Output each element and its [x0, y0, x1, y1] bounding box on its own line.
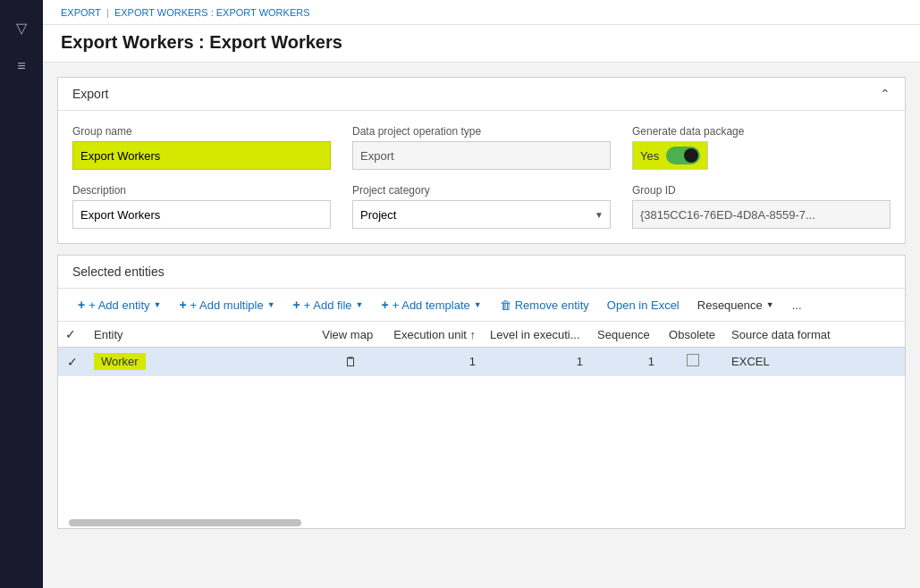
add-file-button[interactable]: + + Add file ▼ — [284, 294, 373, 315]
col-header-viewmap[interactable]: View map — [315, 322, 386, 348]
add-template-chevron-icon: ▼ — [474, 300, 482, 309]
add-template-label: + Add template — [392, 298, 470, 312]
add-multiple-plus-icon: + — [179, 298, 186, 312]
entities-table: ✓ Entity View map Execution unit ↑ Level… — [58, 322, 905, 376]
remove-entity-label: Remove entity — [515, 298, 589, 312]
more-button[interactable]: ... — [783, 295, 811, 315]
entities-panel-title: Selected entities — [72, 265, 165, 279]
check-header-icon: ✓ — [65, 327, 76, 341]
export-panel: Export ⌃ Group name Data project operati… — [57, 77, 906, 244]
sidebar: ▽ ≡ — [0, 0, 43, 588]
execution-unit-label: Execution unit ↑ — [393, 328, 476, 341]
group-name-input[interactable] — [72, 141, 331, 170]
breadcrumb-separator: | — [106, 7, 109, 18]
content-area: Export ⌃ Group name Data project operati… — [43, 63, 920, 588]
group-id-field: Group ID — [632, 184, 890, 229]
add-entity-label: + Add entity — [89, 298, 149, 312]
entities-panel: Selected entities + + Add entity ▼ + + A… — [57, 255, 906, 529]
data-project-input — [352, 141, 611, 170]
data-project-field: Data project operation type — [352, 125, 611, 170]
entity-label: Worker — [94, 353, 146, 370]
row-sequence-cell: 1 — [590, 348, 662, 376]
description-label: Description — [72, 184, 331, 197]
entities-panel-header: Selected entities — [58, 256, 905, 289]
toggle-yes-label: Yes — [640, 149, 659, 163]
project-category-select-wrapper: Project ▼ — [352, 200, 611, 229]
project-category-select[interactable]: Project — [352, 200, 611, 229]
add-file-plus-icon: + — [293, 298, 300, 312]
scrollbar-thumb[interactable] — [69, 519, 301, 526]
breadcrumb-current: EXPORT WORKERS : EXPORT WORKERS — [114, 7, 310, 18]
col-header-execution-unit[interactable]: Execution unit ↑ — [386, 322, 483, 348]
filter-icon[interactable]: ▽ — [16, 20, 27, 37]
export-panel-body: Group name Data project operation type G… — [58, 111, 905, 243]
col-header-level[interactable]: Level in executi... — [483, 322, 590, 348]
add-entity-plus-icon: + — [78, 298, 85, 312]
generate-package-toggle[interactable]: Yes — [632, 141, 708, 170]
entities-table-scroll[interactable]: ✓ Entity View map Execution unit ↑ Level… — [58, 322, 905, 376]
export-panel-header: Export ⌃ — [58, 78, 905, 111]
description-field: Description — [72, 184, 331, 229]
menu-icon[interactable]: ≡ — [17, 58, 25, 74]
open-excel-label: Open in Excel — [607, 298, 679, 312]
add-template-button[interactable]: + + Add template ▼ — [373, 294, 491, 315]
add-multiple-chevron-icon: ▼ — [267, 300, 275, 309]
export-form-grid: Group name Data project operation type G… — [72, 125, 890, 229]
open-excel-button[interactable]: Open in Excel — [598, 295, 688, 315]
col-header-entity[interactable]: Entity — [87, 322, 315, 348]
group-id-label: Group ID — [632, 184, 890, 197]
row-execution-unit-cell: 1 — [386, 348, 483, 376]
col-header-check: ✓ — [58, 322, 87, 348]
breadcrumb: EXPORT | EXPORT WORKERS : EXPORT WORKERS — [43, 0, 920, 25]
add-file-label: + Add file — [304, 298, 352, 312]
project-category-field: Project category Project ▼ — [352, 184, 611, 229]
more-label: ... — [792, 298, 802, 312]
add-file-chevron-icon: ▼ — [356, 300, 364, 309]
entities-table-head: ✓ Entity View map Execution unit ↑ Level… — [58, 322, 905, 348]
remove-entity-button[interactable]: 🗑 Remove entity — [491, 295, 598, 315]
group-id-input — [632, 200, 890, 229]
export-panel-title: Export — [72, 87, 108, 101]
resequence-label: Resequence — [697, 298, 763, 312]
row-check-icon: ✓ — [67, 355, 78, 369]
obsolete-checkbox[interactable] — [687, 354, 699, 366]
data-project-label: Data project operation type — [352, 125, 611, 138]
page-title: Export Workers : Export Workers — [61, 32, 902, 53]
scrollbar-area — [58, 519, 905, 528]
group-name-label: Group name — [72, 125, 331, 138]
page-header: Export Workers : Export Workers — [43, 25, 920, 63]
export-panel-collapse[interactable]: ⌃ — [880, 87, 890, 101]
resequence-button[interactable]: Resequence ▼ — [688, 295, 783, 315]
description-input[interactable] — [72, 200, 331, 229]
project-category-label: Project category — [352, 184, 611, 197]
generate-package-label: Generate data package — [632, 125, 890, 138]
table-empty-area — [58, 376, 905, 519]
entities-table-header-row: ✓ Entity View map Execution unit ↑ Level… — [58, 322, 905, 348]
generate-package-field: Generate data package Yes — [632, 125, 890, 170]
view-map-doc-icon[interactable]: 🗒 — [344, 354, 358, 369]
row-level-cell: 1 — [483, 348, 590, 376]
add-template-plus-icon: + — [382, 298, 389, 312]
col-header-source-format[interactable]: Source data format — [724, 322, 905, 348]
toggle-switch[interactable] — [666, 147, 700, 164]
row-obsolete-cell[interactable] — [662, 348, 724, 376]
row-viewmap-cell[interactable]: 🗒 — [315, 348, 386, 376]
breadcrumb-export-link[interactable]: EXPORT — [61, 7, 101, 18]
row-source-format-cell: EXCEL — [724, 348, 905, 376]
resequence-chevron-icon: ▼ — [766, 300, 774, 309]
main-area: EXPORT | EXPORT WORKERS : EXPORT WORKERS… — [43, 0, 920, 588]
group-name-field: Group name — [72, 125, 331, 170]
row-entity-cell: Worker — [87, 348, 315, 376]
add-entity-button[interactable]: + + Add entity ▼ — [69, 294, 170, 315]
add-multiple-label: + Add multiple — [190, 298, 264, 312]
col-header-sequence[interactable]: Sequence — [590, 322, 662, 348]
entities-table-body: ✓ Worker 🗒 1 1 1 — [58, 348, 905, 376]
col-header-obsolete[interactable]: Obsolete — [662, 322, 724, 348]
add-multiple-button[interactable]: + + Add multiple ▼ — [170, 294, 283, 315]
entities-toolbar: + + Add entity ▼ + + Add multiple ▼ + + … — [58, 289, 905, 322]
table-row[interactable]: ✓ Worker 🗒 1 1 1 — [58, 348, 905, 376]
row-check-cell[interactable]: ✓ — [58, 348, 87, 376]
remove-entity-trash-icon: 🗑 — [500, 298, 511, 312]
add-entity-chevron-icon: ▼ — [154, 300, 162, 309]
